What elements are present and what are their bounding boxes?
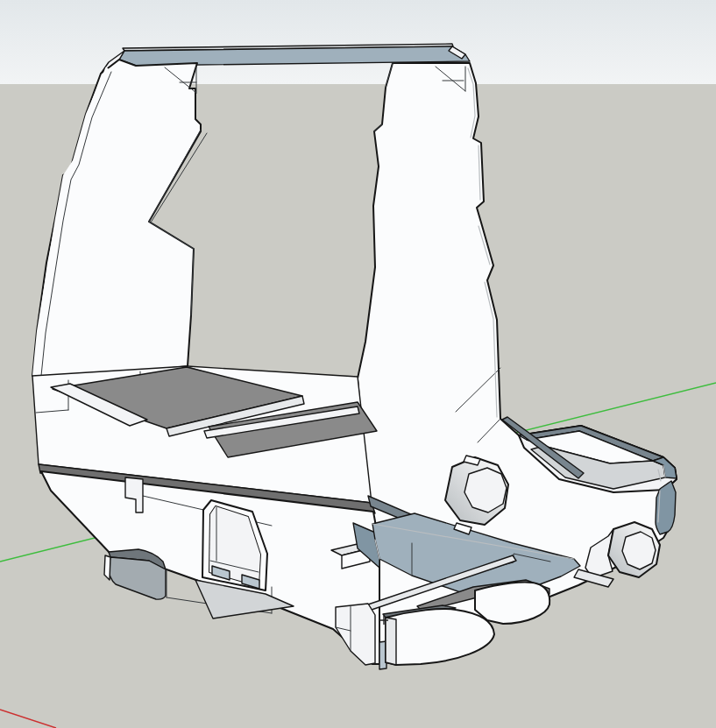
foot-left-side[interactable] — [386, 618, 396, 665]
scene-canvas[interactable] — [0, 0, 716, 728]
modeling-viewport[interactable] — [0, 0, 716, 728]
left-foot-edge[interactable] — [104, 555, 110, 580]
ring-small-opening[interactable] — [622, 532, 656, 569]
